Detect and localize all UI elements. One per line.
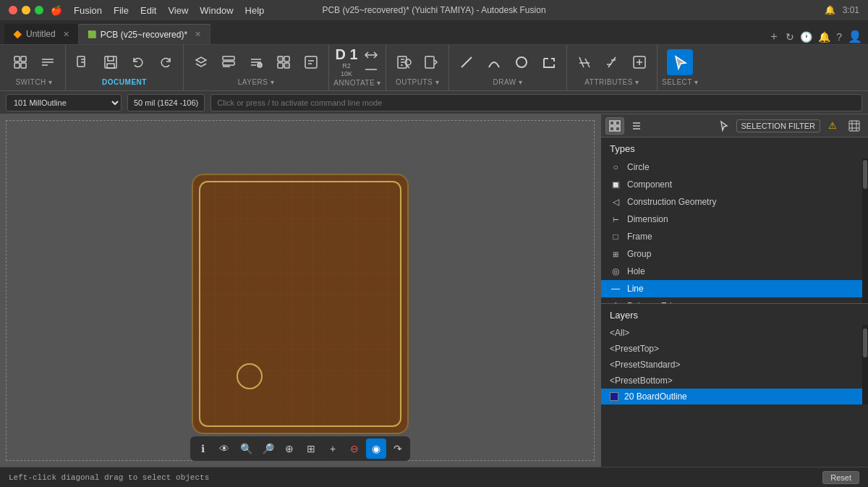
types-scrollbar[interactable] (862, 158, 868, 303)
layer-select[interactable]: 101 MillOutline (6, 94, 122, 111)
select-btn[interactable] (667, 49, 693, 75)
help-menu[interactable]: Help (245, 5, 265, 16)
type-circle[interactable]: ○ Circle (601, 158, 868, 176)
switch-btn[interactable] (7, 49, 33, 75)
edit-menu[interactable]: Edit (140, 5, 156, 16)
history-icon[interactable]: 🕐 (800, 31, 812, 43)
panel-grid2-btn[interactable] (845, 117, 864, 135)
tab-untitled-close[interactable]: ✕ (63, 30, 69, 39)
type-component[interactable]: 🔲 Component (601, 176, 868, 193)
layers-scrollthumb[interactable] (863, 329, 867, 357)
annotate-d1-btn[interactable]: D 1 R2 10K (333, 49, 359, 75)
layer-all[interactable]: <All> (601, 325, 868, 341)
add-tab-icon[interactable]: ＋ (768, 29, 780, 44)
svg-rect-1 (21, 56, 26, 62)
selection-filter-btn[interactable]: SELECTION FILTER (736, 119, 820, 132)
tab-untitled[interactable]: 🔶 Untitled ✕ (4, 24, 79, 44)
draw-line-btn[interactable] (454, 49, 480, 75)
layer-board-outline-label: 20 BoardOutline (624, 391, 687, 402)
layers-btn1[interactable] (188, 49, 214, 75)
draw-circle-btn[interactable] (509, 49, 535, 75)
svg-point-19 (516, 57, 527, 67)
layers-btn2[interactable] (216, 49, 242, 75)
annotate-btn1[interactable] (361, 48, 381, 62)
draw-rect-btn[interactable] (536, 49, 562, 75)
canvas-info-btn[interactable]: ℹ (192, 439, 213, 459)
minimize-button[interactable] (22, 6, 30, 14)
type-line[interactable]: — Line (601, 280, 868, 297)
type-polygon-edge[interactable]: ⬡ Polygon Edge (601, 297, 868, 303)
canvas-select-btn[interactable]: ◉ (366, 439, 386, 459)
layer-preset-top[interactable]: <PresetTop> (601, 341, 868, 357)
toolbar-section-document: DOCUMENT (66, 45, 184, 90)
user-icon[interactable]: 👤 (848, 30, 862, 43)
type-group[interactable]: ⊞ Group (601, 245, 868, 263)
view-btn[interactable] (35, 49, 61, 75)
canvas-zoom-out-btn[interactable]: 🔎 (258, 439, 278, 459)
close-button[interactable] (9, 6, 17, 14)
help-icon[interactable]: ? (836, 31, 842, 43)
save-btn[interactable] (98, 49, 124, 75)
draw-arc-btn[interactable] (481, 49, 507, 75)
attributes-btn2[interactable] (599, 49, 625, 75)
type-construction-geometry[interactable]: ◁ Construction Geometry (601, 193, 868, 211)
layer-preset-bottom[interactable]: <PresetBottom> (601, 373, 868, 389)
type-dimension[interactable]: ⊢ Dimension (601, 211, 868, 228)
reset-button[interactable]: Reset (822, 471, 859, 484)
file-menu[interactable]: File (114, 5, 129, 16)
canvas-remove-btn[interactable]: ⊖ (344, 439, 365, 459)
window-controls[interactable] (9, 6, 43, 14)
notification-icon[interactable]: 🔔 (825, 5, 835, 15)
attributes-btn1[interactable] (571, 49, 597, 75)
type-hole[interactable]: ◎ Hole (601, 263, 868, 280)
attributes-btn3[interactable] (626, 49, 652, 75)
outputs-btn1[interactable] (391, 49, 417, 75)
canvas-area[interactable]: ℹ 👁 🔍 🔎 ⊕ ⊞ + ⊖ ◉ ↷ (0, 114, 600, 467)
main-content: ℹ 👁 🔍 🔎 ⊕ ⊞ + ⊖ ◉ ↷ SELECTION FILTER (0, 114, 868, 467)
canvas-eye-btn[interactable]: 👁 (214, 439, 234, 459)
line-icon: — (610, 283, 621, 295)
types-scrollthumb[interactable] (863, 160, 867, 189)
command-input[interactable] (210, 94, 862, 111)
svg-point-9 (258, 63, 262, 67)
layer-board-outline[interactable]: 20 BoardOutline (601, 389, 868, 405)
tabs-actions[interactable]: ＋ ↻ 🕐 🔔 ? 👤 (762, 29, 868, 44)
canvas-grid-btn[interactable]: ⊞ (301, 439, 321, 459)
status-message: Left-click diagonal drag to select objec… (9, 473, 209, 482)
panel-list-btn[interactable] (627, 117, 646, 135)
layers-btn3[interactable] (243, 49, 269, 75)
panel-warning-btn[interactable]: ⚠ (823, 117, 842, 135)
panel-toolbar: SELECTION FILTER ⚠ (601, 114, 868, 137)
fusion-menu[interactable]: Fusion (74, 5, 102, 16)
canvas-rotate-btn[interactable]: ↷ (388, 439, 408, 459)
notifications-icon[interactable]: 🔔 (818, 31, 830, 43)
annotate-btn2[interactable] (361, 63, 381, 76)
view-menu[interactable]: View (168, 5, 188, 16)
right-panel: SELECTION FILTER ⚠ Types ○ Circle 🔲 Comp… (600, 114, 868, 467)
layer-preset-standard[interactable]: <PresetStandard> (601, 357, 868, 373)
panel-cursor-btn[interactable] (718, 117, 731, 135)
apple-menu[interactable]: 🍎 (51, 5, 62, 16)
tabs-bar: 🔶 Untitled ✕ 🟩 PCB (v25~recovered)* ✕ ＋ … (0, 20, 868, 45)
tab-pcb-close[interactable]: ✕ (195, 30, 201, 39)
type-frame[interactable]: □ Frame (601, 228, 868, 245)
canvas-zoom-in-btn[interactable]: 🔍 (236, 439, 256, 459)
refresh-icon[interactable]: ↻ (786, 31, 794, 43)
canvas-bg (0, 114, 600, 467)
canvas-add-btn[interactable]: + (323, 439, 343, 459)
window-menu[interactable]: Window (200, 5, 233, 16)
maximize-button[interactable] (35, 6, 43, 14)
undo-btn[interactable] (125, 49, 151, 75)
layers-btn5[interactable] (298, 49, 324, 75)
canvas-fit-btn[interactable]: ⊕ (279, 439, 299, 459)
new-btn[interactable] (70, 49, 96, 75)
layer-preset-bottom-label: <PresetBottom> (610, 376, 673, 386)
type-dimension-label: Dimension (627, 214, 668, 224)
outputs-btn2[interactable] (418, 49, 444, 75)
layers-scrollbar[interactable] (862, 325, 868, 405)
svg-rect-7 (223, 56, 234, 60)
panel-grid-btn[interactable] (605, 117, 624, 135)
tab-pcb[interactable]: 🟩 PCB (v25~recovered)* ✕ (79, 24, 210, 44)
layers-btn4[interactable] (271, 49, 297, 75)
redo-btn[interactable] (153, 49, 179, 75)
